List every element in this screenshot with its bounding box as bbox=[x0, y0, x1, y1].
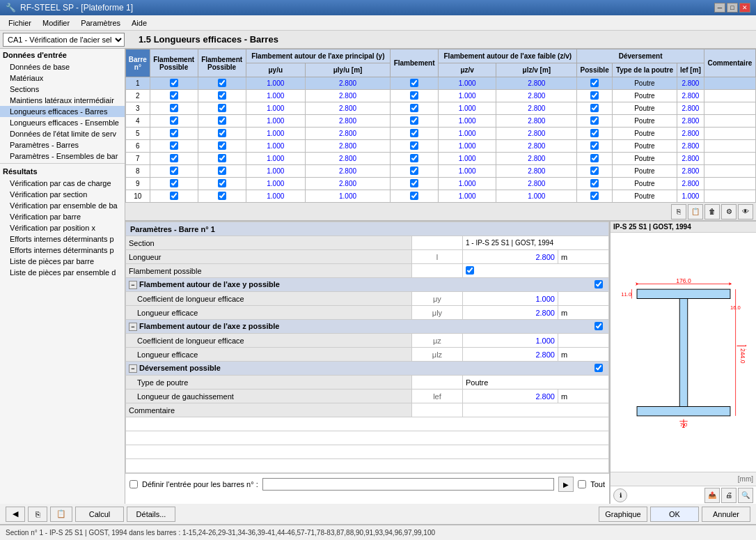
sidebar-item-verif-ensemble[interactable]: Vérification par ensemble de ba bbox=[0, 200, 125, 211]
annuler-btn[interactable]: Annuler bbox=[702, 507, 750, 522]
title-bar-controls[interactable]: ─ □ ✕ bbox=[714, 3, 750, 13]
cell-lef[interactable]: 2.800 bbox=[677, 90, 704, 102]
toolbar-copy-btn[interactable]: ⎘ bbox=[671, 204, 686, 219]
sidebar-item-efforts-2[interactable]: Efforts internes déterminants p bbox=[0, 245, 125, 256]
barres-input[interactable] bbox=[262, 478, 555, 491]
graphique-btn[interactable]: Graphique bbox=[599, 507, 647, 522]
cell-fp-f[interactable] bbox=[391, 165, 439, 178]
menu-aide[interactable]: Aide bbox=[126, 17, 152, 29]
toolbar-delete-btn[interactable]: 🗑 bbox=[704, 204, 720, 219]
table-row[interactable]: 11.0002.8001.0002.800Poutre2.800 bbox=[126, 77, 756, 90]
menu-fichier[interactable]: Fichier bbox=[3, 17, 37, 29]
cell-lmu-z[interactable]: 2.800 bbox=[496, 128, 577, 140]
cell-fp-b[interactable] bbox=[150, 153, 198, 165]
sidebar-item-sections[interactable]: Sections bbox=[0, 84, 125, 95]
cell-mu-z[interactable]: 1.000 bbox=[439, 178, 496, 190]
maximize-button[interactable]: □ bbox=[727, 3, 738, 13]
cell-mu-z[interactable]: 1.000 bbox=[439, 128, 496, 140]
cell-mu-z[interactable]: 1.000 bbox=[439, 165, 496, 178]
cell-poss-h[interactable] bbox=[577, 178, 612, 190]
toolbar-eye-btn[interactable]: 👁 bbox=[738, 204, 753, 219]
section-zoom-btn[interactable]: 🔍 bbox=[738, 488, 753, 503]
table-row[interactable]: 91.0002.8001.0002.800Poutre2.800 bbox=[126, 178, 756, 190]
cell-lmu-y[interactable]: 2.800 bbox=[305, 165, 390, 178]
cell-fp-c[interactable] bbox=[198, 153, 246, 165]
param-coeff-z-value[interactable]: 1.000 bbox=[462, 334, 558, 348]
cell-fp-f[interactable] bbox=[391, 178, 439, 190]
cell-poss-h[interactable] bbox=[577, 140, 612, 153]
cell-fp-f[interactable] bbox=[391, 115, 439, 128]
sidebar-item-verif-cas[interactable]: Vérification par cas de charge bbox=[0, 178, 125, 189]
cell-fp-b[interactable] bbox=[150, 140, 198, 153]
cell-poss-h[interactable] bbox=[577, 165, 612, 178]
cell-fp-c[interactable] bbox=[198, 102, 246, 115]
cell-fp-b[interactable] bbox=[150, 165, 198, 178]
cell-comment[interactable] bbox=[704, 165, 755, 178]
sidebar-item-etat-limite[interactable]: Données de l'état limite de serv bbox=[0, 128, 125, 139]
cell-lef[interactable]: 2.800 bbox=[677, 165, 704, 178]
grid-container[interactable]: Barren° FlambementPossible FlambementPos… bbox=[125, 49, 756, 203]
tout-checkbox[interactable] bbox=[578, 480, 586, 488]
cell-fp-f[interactable] bbox=[391, 128, 439, 140]
cell-mu-y[interactable]: 1.000 bbox=[246, 178, 305, 190]
param-coeff-y-value[interactable]: 1.000 bbox=[462, 292, 558, 306]
cell-comment[interactable] bbox=[704, 102, 755, 115]
cell-comment[interactable] bbox=[704, 115, 755, 128]
cell-mu-y[interactable]: 1.000 bbox=[246, 128, 305, 140]
collapse-y-btn[interactable]: − bbox=[129, 281, 137, 289]
sidebar-item-liste-ensembles[interactable]: Liste de pièces par ensemble d bbox=[0, 267, 125, 278]
sidebar-item-liste-barres[interactable]: Liste de pièces par barre bbox=[0, 256, 125, 267]
cell-lmu-z[interactable]: 2.800 bbox=[496, 153, 577, 165]
cell-lmu-y[interactable]: 2.800 bbox=[305, 77, 390, 90]
cell-mu-y[interactable]: 1.000 bbox=[246, 115, 305, 128]
cell-mu-y[interactable]: 1.000 bbox=[246, 165, 305, 178]
sidebar-item-materiaux[interactable]: Matériaux bbox=[0, 72, 125, 84]
cell-mu-y[interactable]: 1.000 bbox=[246, 102, 305, 115]
cell-poss-h[interactable] bbox=[577, 77, 612, 90]
cell-fp-c[interactable] bbox=[198, 190, 246, 203]
param-flamb-y-checkbox[interactable] bbox=[594, 280, 603, 288]
nav-prev-btn[interactable]: ◀ bbox=[6, 507, 25, 522]
cell-fp-c[interactable] bbox=[198, 77, 246, 90]
cell-lmu-z[interactable]: 2.800 bbox=[496, 165, 577, 178]
cell-lmu-y[interactable]: 1.000 bbox=[305, 190, 390, 203]
cell-comment[interactable] bbox=[704, 90, 755, 102]
table-row[interactable]: 71.0002.8001.0002.800Poutre2.800 bbox=[126, 153, 756, 165]
module-dropdown[interactable]: CA1 - Vérification de l'acier selo bbox=[3, 33, 125, 47]
sidebar-item-params-ensembles[interactable]: Paramètres - Ensembles de bar bbox=[0, 151, 125, 162]
nav-paste-btn[interactable]: 📋 bbox=[50, 507, 72, 522]
param-commentaire-input[interactable] bbox=[466, 405, 606, 415]
cell-fp-c[interactable] bbox=[198, 178, 246, 190]
section-print-btn[interactable]: 🖨 bbox=[721, 488, 737, 503]
cell-fp-b[interactable] bbox=[150, 77, 198, 90]
cell-fp-c[interactable] bbox=[198, 165, 246, 178]
param-flamb-z-checkbox[interactable] bbox=[594, 322, 603, 330]
table-row[interactable]: 21.0002.8001.0002.800Poutre2.800 bbox=[126, 90, 756, 102]
sidebar-item-donnees-base[interactable]: Données de base bbox=[0, 61, 125, 72]
sidebar-item-params-barres[interactable]: Paramètres - Barres bbox=[0, 139, 125, 151]
cell-comment[interactable] bbox=[704, 153, 755, 165]
cell-poss-h[interactable] bbox=[577, 115, 612, 128]
barres-apply-btn[interactable]: ▶ bbox=[558, 477, 574, 492]
param-longueur-value[interactable]: 2.800 bbox=[462, 250, 558, 264]
cell-fp-f[interactable] bbox=[391, 90, 439, 102]
cell-mu-z[interactable]: 1.000 bbox=[439, 77, 496, 90]
cell-lef[interactable]: 2.800 bbox=[677, 140, 704, 153]
sidebar-item-longueurs-barres[interactable]: Longueurs efficaces - Barres bbox=[0, 106, 125, 117]
cell-lef[interactable]: 2.800 bbox=[677, 77, 704, 90]
cell-comment[interactable] bbox=[704, 178, 755, 190]
cell-lmu-y[interactable]: 2.800 bbox=[305, 115, 390, 128]
cell-mu-z[interactable]: 1.000 bbox=[439, 115, 496, 128]
ok-btn[interactable]: OK bbox=[650, 507, 699, 522]
param-devers-checkbox[interactable] bbox=[594, 364, 603, 372]
cell-fp-b[interactable] bbox=[150, 115, 198, 128]
param-commentaire-value[interactable] bbox=[462, 403, 608, 417]
table-row[interactable]: 61.0002.8001.0002.800Poutre2.800 bbox=[126, 140, 756, 153]
toolbar-special-btn[interactable]: ⚙ bbox=[721, 204, 737, 219]
nav-copy-btn[interactable]: ⎘ bbox=[28, 507, 47, 522]
cell-mu-y[interactable]: 1.000 bbox=[246, 140, 305, 153]
param-flamb-checkbox[interactable] bbox=[466, 266, 474, 275]
cell-fp-b[interactable] bbox=[150, 90, 198, 102]
close-button[interactable]: ✕ bbox=[739, 3, 750, 13]
table-row[interactable]: 81.0002.8001.0002.800Poutre2.800 bbox=[126, 165, 756, 178]
